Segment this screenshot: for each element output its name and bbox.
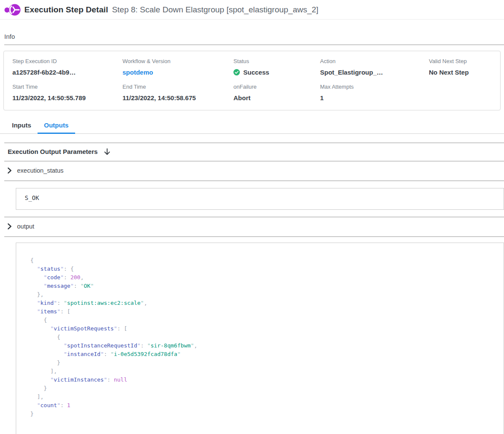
field-label: Action: [320, 58, 429, 64]
tab-bar: Inputs Outputs: [0, 120, 504, 134]
chevron-right-icon: [8, 223, 12, 229]
field-step-execution-id: Step Execution ID a125728f-6b22-4b9…: [12, 58, 122, 76]
field-start-time: Start Time 11/23/2022, 14:50:55.789: [12, 84, 122, 101]
field-value: 1: [320, 94, 429, 101]
tab-inputs[interactable]: Inputs: [6, 120, 38, 134]
divider: [4, 236, 504, 237]
field-value: 11/23/2022, 14:50:58.675: [122, 94, 233, 101]
field-label: Status: [233, 58, 320, 64]
field-valid-next-step: Valid Next Step No Next Step: [429, 58, 500, 76]
param-name: execution_status: [17, 167, 64, 174]
output-json-box: { "status": { "code": 200, "message": "O…: [16, 243, 504, 434]
page-subtitle: Step 8: Scale Down Elastgroup [spot_elas…: [112, 5, 318, 14]
param-row-execution-status[interactable]: execution_status: [0, 162, 504, 180]
field-value: 11/23/2022, 14:50:55.789: [12, 94, 122, 101]
json-code: { "status": { "code": 200, "message": "O…: [30, 256, 495, 418]
success-check-icon: [233, 69, 240, 75]
section-title: Execution Output Parameters: [8, 148, 98, 155]
divider: [4, 44, 504, 45]
execution-status-value-box: S_OK: [16, 188, 504, 210]
info-card: Step Execution ID a125728f-6b22-4b9… Wor…: [3, 51, 501, 110]
field-max-attempts: Max Attempts 1: [320, 84, 429, 101]
field-label: Start Time: [12, 84, 122, 90]
field-value: Abort: [233, 94, 320, 101]
page-title: Execution Step Detail: [24, 5, 108, 14]
field-label: Valid Next Step: [429, 58, 500, 64]
divider: [4, 180, 504, 181]
param-row-output[interactable]: output: [0, 217, 504, 236]
workflow-link[interactable]: spotdemo: [122, 69, 233, 76]
field-value: a125728f-6b22-4b9…: [12, 69, 122, 76]
field-onfailure: onFailure Abort: [233, 84, 320, 101]
field-label: onFailure: [233, 84, 320, 90]
field-end-time: End Time 11/23/2022, 14:50:58.675: [122, 84, 233, 101]
field-label: Step Execution ID: [12, 58, 122, 64]
field-action: Action Spot_Elastigroup_…: [320, 58, 429, 76]
arrow-down-icon[interactable]: [104, 148, 110, 155]
tab-outputs[interactable]: Outputs: [38, 120, 75, 134]
header: Execution Step Detail Step 8: Scale Down…: [0, 0, 504, 20]
info-section-label: Info: [4, 33, 504, 40]
chevron-right-icon: [8, 168, 12, 174]
status-badge: Success: [233, 69, 320, 76]
output-parameters-header: Execution Output Parameters: [0, 143, 504, 161]
field-workflow-version: Workflow & Version spotdemo: [122, 58, 233, 76]
field-value: Spot_Elastigroup_…: [320, 69, 429, 76]
spot-logo-icon: [4, 3, 20, 17]
status-text: Success: [243, 69, 269, 76]
param-name: output: [17, 223, 34, 230]
field-label: Max Attempts: [320, 84, 429, 90]
field-status: Status Success: [233, 58, 320, 76]
field-value: No Next Step: [429, 69, 500, 76]
field-label: End Time: [122, 84, 233, 90]
field-label: Workflow & Version: [122, 58, 233, 64]
